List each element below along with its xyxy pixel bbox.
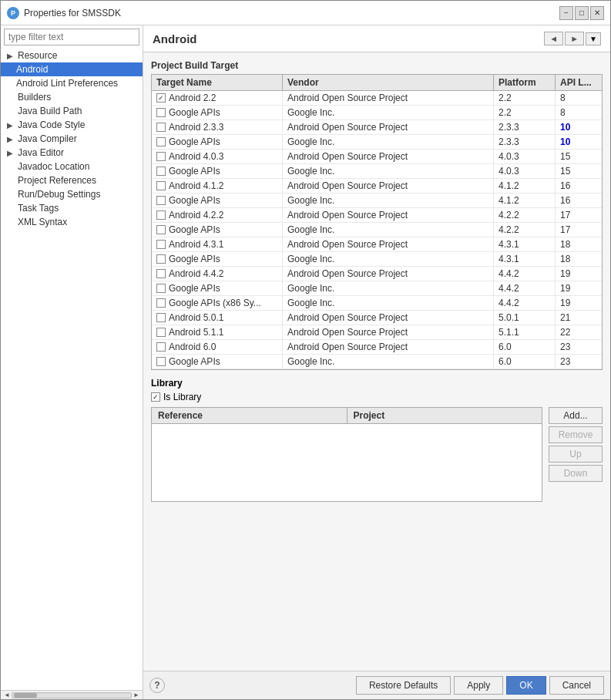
table-row[interactable]: Google APIsGoogle Inc.4.4.219 [152,281,602,296]
row-checkbox[interactable] [156,254,166,264]
td-target-name: Google APIs [152,252,283,266]
up-button[interactable]: Up [549,446,603,463]
panel-nav: ◄ ► ▼ [544,32,601,45]
td-vendor: Google Inc. [283,296,494,310]
sidebar-item-task-tags[interactable]: Task Tags [1,201,143,215]
sidebar-item-java-compiler[interactable]: ▶Java Compiler [1,132,143,146]
td-name-text: Google APIs (x86 Sy... [169,298,261,308]
down-button[interactable]: Down [549,465,603,482]
row-checkbox[interactable] [156,342,166,352]
td-target-name: Google APIs (x86 Sy... [152,296,283,310]
table-row[interactable]: Android 4.4.2Android Open Source Project… [152,267,602,281]
panel-body: Project Build Target Target Name Vendor … [143,52,610,671]
td-vendor: Android Open Source Project [283,150,494,163]
table-row[interactable]: Android 5.1.1Android Open Source Project… [152,325,602,340]
scroll-left-arrow[interactable]: ◄ [2,692,12,698]
td-api: 18 [556,252,602,266]
scroll-right-arrow[interactable]: ► [132,692,141,698]
sidebar-item-builders[interactable]: Builders [1,90,143,104]
maximize-button[interactable]: □ [575,6,589,20]
filter-input[interactable] [4,29,139,45]
row-checkbox[interactable] [156,108,166,117]
row-checkbox[interactable] [156,328,166,337]
sidebar-item-xml-syntax[interactable]: XML Syntax [1,215,143,229]
sidebar-item-label-project-references: Project References [18,175,96,186]
is-library-checkbox[interactable] [151,392,160,402]
table-row[interactable]: Google APIsGoogle Inc.2.28 [152,106,602,120]
ok-button[interactable]: OK [506,676,546,695]
td-api: 16 [556,179,602,193]
table-row[interactable]: Google APIsGoogle Inc.4.0.315 [152,164,602,179]
row-checkbox[interactable] [156,123,166,132]
minimize-button[interactable]: − [559,6,573,20]
td-target-name: Android 5.1.1 [152,325,283,339]
sidebar-item-java-editor[interactable]: ▶Java Editor [1,146,143,160]
table-row[interactable]: Android 4.1.2Android Open Source Project… [152,179,602,194]
h-scroll-thumb[interactable] [14,693,37,698]
apply-button[interactable]: Apply [454,676,503,695]
table-row[interactable]: Android 4.0.3Android Open Source Project… [152,150,602,164]
h-scroll-track [12,692,132,698]
row-checkbox[interactable] [156,196,166,205]
table-row[interactable]: Google APIsGoogle Inc.4.2.217 [152,223,602,237]
td-api: 15 [556,164,602,178]
sidebar-item-resource[interactable]: ▶Resource [1,49,143,62]
nav-back-button[interactable]: ◄ [544,32,563,45]
table-row[interactable]: Android 2.3.3Android Open Source Project… [152,120,602,135]
table-row[interactable]: Google APIsGoogle Inc.2.3.310 [152,135,602,150]
ref-table: Reference Project [151,407,542,502]
help-button[interactable]: ? [149,678,165,693]
sidebar-item-label-java-editor: Java Editor [18,147,64,158]
nav-forward-button[interactable]: ► [565,32,584,45]
sidebar-item-java-code-style[interactable]: ▶Java Code Style [1,118,143,132]
title-bar-left: P Properties for SMSSDK [7,7,121,19]
td-target-name: Google APIs [152,281,283,295]
row-checkbox[interactable] [156,93,166,103]
td-vendor: Android Open Source Project [283,120,494,134]
table-row[interactable]: Android 6.0Android Open Source Project6.… [152,340,602,355]
row-checkbox[interactable] [156,181,166,190]
sidebar-item-project-references[interactable]: Project References [1,173,143,187]
td-platform: 2.2 [494,91,556,105]
sidebar-item-run-debug-settings[interactable]: Run/Debug Settings [1,187,143,201]
td-target-name: Google APIs [152,164,283,178]
row-checkbox[interactable] [156,210,166,220]
table-row[interactable]: Android 4.3.1Android Open Source Project… [152,237,602,252]
sidebar-item-android[interactable]: Android [1,62,143,76]
row-checkbox[interactable] [156,240,166,249]
td-name-text: Google APIs [169,107,220,118]
row-checkbox[interactable] [156,269,166,278]
td-api: 8 [556,91,602,105]
table-row[interactable]: Android 2.2Android Open Source Project2.… [152,91,602,106]
title-bar-controls: − □ ✕ [559,6,604,20]
add-button[interactable]: Add... [549,407,603,424]
row-checkbox[interactable] [156,357,166,366]
row-checkbox[interactable] [156,152,166,161]
row-checkbox[interactable] [156,284,166,293]
row-checkbox[interactable] [156,137,166,146]
close-button[interactable]: ✕ [590,6,604,20]
sidebar-item-android-lint[interactable]: Android Lint Preferences [1,76,143,90]
row-checkbox[interactable] [156,313,166,322]
cancel-button[interactable]: Cancel [549,676,604,695]
table-row[interactable]: Android 5.0.1Android Open Source Project… [152,311,602,325]
remove-button[interactable]: Remove [549,426,603,443]
table-row[interactable]: Android 4.2.2Android Open Source Project… [152,208,602,223]
sidebar-item-javadoc-location[interactable]: Javadoc Location [1,160,143,173]
td-name-text: Google APIs [169,356,220,367]
td-platform: 6.0 [494,340,556,354]
nav-dropdown-button[interactable]: ▼ [586,32,601,45]
restore-defaults-button[interactable]: Restore Defaults [356,676,451,695]
sidebar-item-java-build-path[interactable]: Java Build Path [1,104,143,118]
td-platform: 2.3.3 [494,120,556,134]
row-checkbox[interactable] [156,225,166,234]
td-api: 10 [556,120,602,134]
table-row[interactable]: Google APIsGoogle Inc.4.1.216 [152,194,602,208]
table-row[interactable]: Google APIs (x86 Sy...Google Inc.4.4.219 [152,296,602,311]
row-checkbox[interactable] [156,167,166,176]
row-checkbox[interactable] [156,298,166,308]
table-row[interactable]: Google APIsGoogle Inc.4.3.118 [152,252,602,267]
build-target-label: Project Build Target [151,60,603,71]
td-platform: 4.4.2 [494,267,556,281]
table-row[interactable]: Google APIsGoogle Inc.6.023 [152,355,602,369]
